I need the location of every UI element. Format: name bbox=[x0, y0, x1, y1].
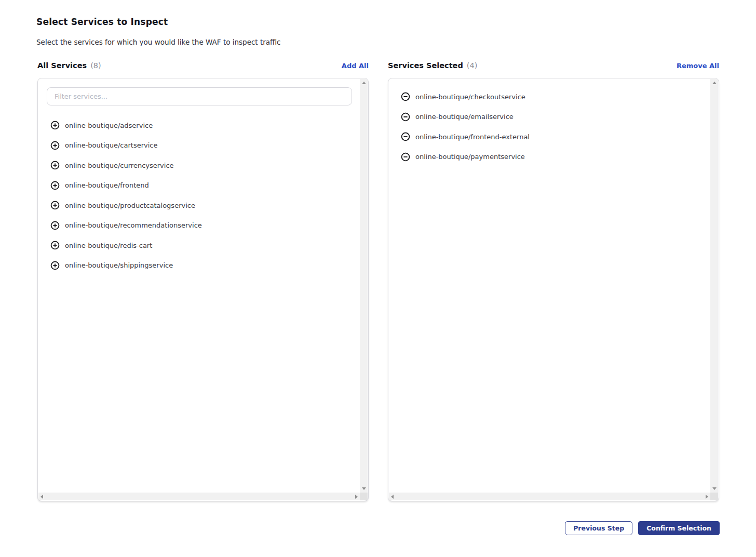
service-name: online-boutique/frontend bbox=[65, 181, 149, 189]
service-name: online-boutique/shippingservice bbox=[65, 261, 173, 269]
remove-all-link[interactable]: Remove All bbox=[677, 62, 719, 70]
service-name: online-boutique/checkoutservice bbox=[415, 93, 525, 101]
selected-services-panel: online-boutique/checkoutserviceonline-bo… bbox=[388, 78, 719, 501]
footer-actions: Previous Step Confirm Selection bbox=[565, 521, 720, 535]
service-name: online-boutique/redis-cart bbox=[65, 242, 152, 249]
service-row: online-boutique/checkoutservice bbox=[388, 87, 719, 107]
all-services-header: All Services (8) Add All bbox=[37, 61, 369, 70]
page-subtitle: Select the services for which you would … bbox=[36, 38, 281, 46]
service-row: online-boutique/paymentservice bbox=[388, 147, 719, 167]
service-row: online-boutique/adservice bbox=[38, 115, 368, 136]
selected-services-count: (4) bbox=[467, 61, 478, 70]
plus-circle-icon[interactable] bbox=[50, 221, 60, 230]
vertical-scrollbar[interactable] bbox=[710, 79, 718, 493]
scroll-up-arrow-icon[interactable] bbox=[362, 82, 366, 84]
plus-circle-icon[interactable] bbox=[50, 261, 60, 270]
service-row: online-boutique/redis-cart bbox=[38, 235, 368, 256]
selected-services-label: Services Selected bbox=[388, 61, 463, 70]
scroll-down-arrow-icon[interactable] bbox=[362, 487, 366, 490]
service-row: online-boutique/productcatalogservice bbox=[38, 195, 368, 216]
plus-circle-icon[interactable] bbox=[50, 141, 60, 150]
filter-services-input[interactable] bbox=[47, 87, 352, 105]
service-row: online-boutique/currencyservice bbox=[38, 155, 368, 176]
service-name: online-boutique/currencyservice bbox=[65, 162, 174, 169]
service-name: online-boutique/paymentservice bbox=[415, 153, 525, 161]
scroll-up-arrow-icon[interactable] bbox=[712, 82, 717, 84]
minus-circle-icon[interactable] bbox=[401, 152, 410, 162]
add-all-link[interactable]: Add All bbox=[342, 62, 369, 70]
scroll-left-arrow-icon[interactable] bbox=[391, 495, 394, 499]
service-row: online-boutique/shippingservice bbox=[38, 256, 368, 276]
scroll-left-arrow-icon[interactable] bbox=[40, 495, 43, 499]
service-row: online-boutique/frontend-external bbox=[388, 127, 719, 147]
page-title: Select Services to Inspect bbox=[36, 17, 168, 27]
scroll-right-arrow-icon[interactable] bbox=[706, 495, 708, 499]
horizontal-scrollbar[interactable] bbox=[389, 493, 710, 500]
service-name: online-boutique/adservice bbox=[65, 122, 153, 129]
selected-services-header: Services Selected (4) Remove All bbox=[388, 61, 719, 70]
service-name: online-boutique/productcatalogservice bbox=[65, 202, 195, 209]
previous-step-button[interactable]: Previous Step bbox=[565, 521, 632, 535]
all-services-count: (8) bbox=[90, 61, 101, 70]
service-row: online-boutique/cartservice bbox=[38, 136, 368, 156]
all-services-label: All Services bbox=[37, 61, 87, 70]
scroll-down-arrow-icon[interactable] bbox=[712, 487, 717, 490]
service-name: online-boutique/frontend-external bbox=[415, 133, 530, 141]
minus-circle-icon[interactable] bbox=[401, 112, 410, 122]
service-name: online-boutique/emailservice bbox=[415, 113, 514, 121]
horizontal-scrollbar[interactable] bbox=[38, 493, 360, 500]
scrollbar-corner bbox=[710, 493, 718, 500]
service-name: online-boutique/recommendationservice bbox=[65, 221, 202, 229]
service-row: online-boutique/frontend bbox=[38, 176, 368, 196]
service-row: online-boutique/recommendationservice bbox=[38, 216, 368, 236]
selected-services-list: online-boutique/checkoutserviceonline-bo… bbox=[388, 78, 719, 167]
vertical-scrollbar[interactable] bbox=[360, 79, 368, 493]
plus-circle-icon[interactable] bbox=[50, 181, 60, 190]
all-services-panel: online-boutique/adserviceonline-boutique… bbox=[37, 78, 369, 501]
minus-circle-icon[interactable] bbox=[401, 132, 410, 141]
scroll-right-arrow-icon[interactable] bbox=[355, 495, 358, 499]
plus-circle-icon[interactable] bbox=[50, 161, 60, 170]
service-row: online-boutique/emailservice bbox=[388, 107, 719, 127]
service-name: online-boutique/cartservice bbox=[65, 141, 158, 149]
plus-circle-icon[interactable] bbox=[50, 201, 60, 210]
all-services-list: online-boutique/adserviceonline-boutique… bbox=[38, 115, 368, 275]
confirm-selection-button[interactable]: Confirm Selection bbox=[638, 521, 720, 535]
scrollbar-corner bbox=[360, 493, 368, 500]
minus-circle-icon[interactable] bbox=[401, 92, 410, 101]
plus-circle-icon[interactable] bbox=[50, 121, 60, 130]
plus-circle-icon[interactable] bbox=[50, 241, 60, 250]
